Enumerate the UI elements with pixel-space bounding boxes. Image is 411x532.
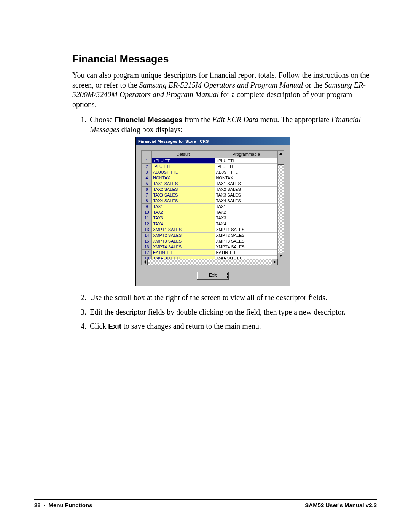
vertical-scroll-thumb[interactable] [278,157,284,165]
programmable-cell[interactable]: NONTAX [215,175,278,181]
default-cell[interactable]: TAX4 SALES [152,198,215,204]
row-header[interactable]: 15 [142,238,152,244]
row-header[interactable]: 5 [142,181,152,186]
row-header[interactable]: 2 [142,163,152,169]
table-row: 7TAX3 SALESTAX3 SALES [142,192,278,198]
exit-button[interactable]: Exit [197,272,229,280]
programmable-cell[interactable]: TAX3 [215,215,278,221]
row-header[interactable]: 13 [142,227,152,232]
default-cell[interactable]: TAX1 [152,204,215,209]
triangle-right-icon [274,260,276,264]
menu-name-bold: Financial Messages [115,116,182,124]
row-header[interactable]: 3 [142,169,152,175]
row-header[interactable]: 17 [142,249,152,255]
default-cell[interactable]: XMPT2 SALES [152,232,215,238]
document-page: Financial Messages You can also program … [0,0,411,532]
triangle-down-icon [279,255,282,257]
default-cell[interactable]: EATIN TTL [152,249,215,255]
default-cell[interactable]: TAX3 SALES [152,192,215,198]
programmable-cell[interactable]: TAX4 SALES [215,198,278,204]
section-heading: Financial Messages [72,53,377,65]
programmable-cell[interactable]: XMPT4 SALES [215,244,278,249]
default-cell[interactable]: XMPT1 SALES [152,227,215,232]
table-row: 10TAX2TAX2 [142,209,278,215]
row-header[interactable]: 7 [142,192,152,198]
menu-name-italic: Edit ECR Data [212,115,258,124]
programmable-cell[interactable]: +PLU TTL [215,158,278,163]
step-text: to save changes and return to the main m… [121,322,261,330]
step-text: Click [90,322,108,330]
row-header[interactable]: 11 [142,215,152,221]
programmable-cell[interactable]: EATIN TTL [215,249,278,255]
programmable-cell[interactable]: ADJST TTL [215,169,278,175]
scroll-down-button[interactable] [278,253,284,259]
intro-text: or the [303,81,324,89]
row-header[interactable]: 8 [142,198,152,204]
table-row: 9TAX1TAX1 [142,204,278,209]
col-header-programmable[interactable]: Programmable [215,151,278,158]
horizontal-scrollbar[interactable] [142,259,278,265]
step-text: Choose [90,115,115,124]
default-cell[interactable]: XMPT3 SALES [152,238,215,244]
row-header[interactable]: 6 [142,187,152,192]
table-row: 1+PLU TTL+PLU TTL [142,158,278,163]
row-header[interactable]: 14 [142,232,152,238]
step-2: Use the scroll box at the right of the s… [88,293,377,303]
scroll-left-button[interactable] [142,259,148,265]
programmable-cell[interactable]: XMPT2 SALES [215,232,278,238]
default-cell[interactable]: -PLU TTL [152,163,215,169]
default-cell[interactable]: TAX2 SALES [152,187,215,192]
step-1: Choose Financial Messages from the Edit … [88,115,377,286]
programmable-cell[interactable]: TAX2 SALES [215,187,278,192]
table-row: 3ADJUST TTLADJST TTL [142,169,278,175]
step-4: Click Exit to save changes and return to… [88,321,377,331]
step-3: Edit the descriptor fields by double cli… [88,307,377,317]
programmable-cell[interactable]: TAX2 [215,209,278,215]
footer-left: 28 · Menu Functions [34,502,92,508]
col-header-rownum[interactable] [142,151,152,158]
scroll-up-button[interactable] [278,151,284,157]
programmable-cell[interactable]: TAX4 [215,221,278,227]
default-cell[interactable]: ADJUST TTL [152,169,215,175]
programmable-cell[interactable]: XMPT1 SALES [215,227,278,232]
table-row: 8TAX4 SALESTAX4 SALES [142,198,278,204]
row-header[interactable]: 9 [142,204,152,209]
row-header[interactable]: 4 [142,175,152,181]
dialog-body: Default Programmable 1+PLU TTL+PLU TTL2-… [136,145,290,286]
table-row: 5TAX1 SALESTAX1 SALES [142,181,278,186]
step-text: from the [182,115,212,124]
col-header-default[interactable]: Default [152,151,215,158]
programmable-cell[interactable]: TAX1 SALES [215,181,278,186]
default-cell[interactable]: TAX1 SALES [152,181,215,186]
vertical-scrollbar[interactable] [277,151,284,259]
programmable-cell[interactable]: XMPT3 SALES [215,238,278,244]
default-cell[interactable]: TAX2 [152,209,215,215]
programmable-cell[interactable]: TAX3 SALES [215,192,278,198]
footer-right: SAM52 User's Manual v2.3 [305,502,377,508]
default-cell[interactable]: TAX3 [152,215,215,221]
table-row: 13XMPT1 SALESXMPT1 SALES [142,227,278,232]
default-cell[interactable]: TAX4 [152,221,215,227]
programmable-cell[interactable]: -PLU TTL [215,163,278,169]
default-cell[interactable]: +PLU TTL [152,158,215,163]
default-cell[interactable]: XMPT4 SALES [152,244,215,249]
footer-section: Menu Functions [49,502,92,508]
table-row: 4NONTAXNONTAX [142,175,278,181]
step-text: dialog box displays: [119,125,183,134]
triangle-left-icon [144,260,146,264]
row-header[interactable]: 16 [142,244,152,249]
scroll-right-button[interactable] [272,259,278,265]
table-row: 12TAX4TAX4 [142,221,278,227]
table-row: 17EATIN TTLEATIN TTL [142,249,278,255]
step-text: menu. The appropriate [258,115,331,124]
row-header[interactable]: 12 [142,221,152,227]
dialog-screenshot: Financial Messages for Store : CRS [135,137,377,286]
table-row: 16XMPT4 SALESXMPT4 SALES [142,244,278,249]
programmable-cell[interactable]: TAX1 [215,204,278,209]
footer-separator: · [44,502,45,508]
steps-list: Choose Financial Messages from the Edit … [72,115,377,331]
row-header[interactable]: 10 [142,209,152,215]
row-header[interactable]: 1 [142,158,152,163]
footer-rule [34,499,377,500]
default-cell[interactable]: NONTAX [152,175,215,181]
